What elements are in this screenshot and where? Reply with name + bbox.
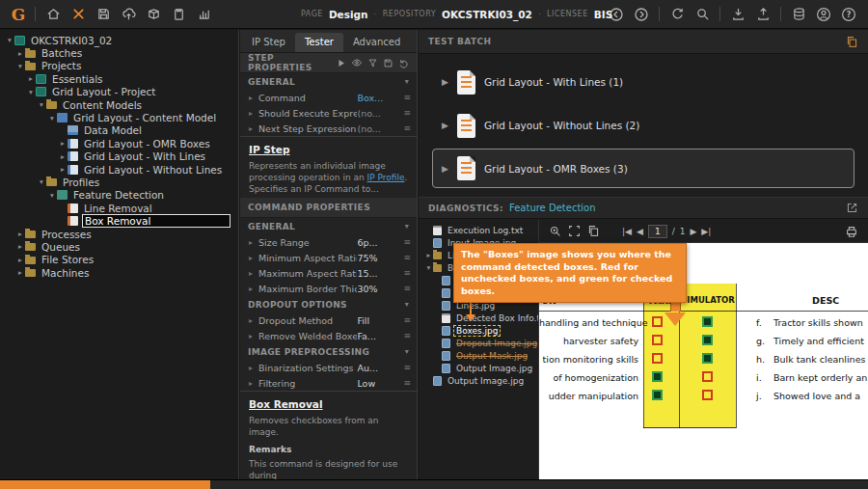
expander-icon[interactable]: ▸: [249, 269, 258, 278]
menu-icon[interactable]: ≡: [403, 237, 411, 247]
package-icon[interactable]: [142, 3, 165, 26]
property-row[interactable]: ▸ Remove Welded Boxes Fa... ≡: [240, 328, 417, 343]
tree-item[interactable]: Projects: [0, 60, 238, 72]
batch-pages-icon[interactable]: [846, 36, 858, 48]
tree-item[interactable]: Grid Layout - OMR Boxes: [0, 137, 238, 149]
fit-page-icon[interactable]: [568, 225, 581, 237]
file-item[interactable]: Execution Log.txt: [419, 224, 538, 236]
tab[interactable]: IP Step: [242, 33, 295, 52]
tree-item[interactable]: Profiles: [0, 176, 238, 188]
filter-clear-icon[interactable]: [367, 58, 378, 68]
expander-icon[interactable]: [26, 74, 36, 83]
expander-icon[interactable]: ▸: [249, 316, 258, 325]
expander-icon[interactable]: ▸: [249, 379, 258, 388]
section-header-general-cmd[interactable]: GENERAL ▾: [240, 218, 417, 234]
refresh-icon[interactable]: [665, 3, 689, 26]
prev-page-icon[interactable]: ◀: [637, 227, 643, 236]
tree-item[interactable]: OKCSTRKI03_02: [0, 34, 238, 46]
expander-icon[interactable]: ▸: [249, 124, 258, 133]
tree-item[interactable]: Queues: [0, 240, 238, 253]
ip-profile-link[interactable]: IP Profile: [367, 173, 405, 182]
tree-item[interactable]: Processes: [0, 228, 238, 240]
tree-item[interactable]: Box Removal: [0, 214, 238, 227]
file-item[interactable]: Output Image.jpg: [419, 362, 538, 374]
help-icon[interactable]: ?: [837, 3, 860, 26]
save-icon[interactable]: [92, 3, 115, 26]
menu-icon[interactable]: ≡: [403, 108, 411, 118]
zoom-in-icon[interactable]: [549, 225, 561, 237]
expander-icon[interactable]: [58, 165, 68, 174]
cloud-upload-icon[interactable]: [117, 3, 140, 26]
menu-icon[interactable]: ≡: [403, 363, 411, 372]
save-icon[interactable]: [383, 58, 393, 68]
chart-icon[interactable]: [192, 3, 215, 26]
expander-icon[interactable]: [424, 263, 433, 272]
tree-item[interactable]: Data Model: [0, 124, 238, 137]
tree-item[interactable]: Feature Detection: [0, 189, 238, 202]
expander-icon[interactable]: ▸: [249, 94, 258, 102]
expander-icon[interactable]: [37, 100, 46, 109]
clipboard-icon[interactable]: [167, 3, 190, 26]
tree-item[interactable]: Line Removal: [0, 202, 238, 214]
tree-item[interactable]: Grid Layout - With Lines: [0, 150, 238, 163]
menu-icon[interactable]: ≡: [403, 284, 411, 293]
property-value[interactable]: 30%: [357, 284, 400, 294]
expander-icon[interactable]: ▶: [442, 164, 448, 174]
download-icon[interactable]: [726, 3, 749, 26]
first-page-icon[interactable]: |◀: [622, 227, 632, 236]
page-number-input[interactable]: 1: [648, 225, 667, 238]
diagnostics-value[interactable]: Feature Detection: [509, 203, 596, 213]
property-value[interactable]: (no...: [357, 108, 400, 119]
copy-pages-icon[interactable]: [587, 225, 600, 237]
expander-icon[interactable]: ▸: [249, 364, 258, 372]
tree-item[interactable]: Grid Layout - Without Lines: [0, 163, 238, 176]
expander-icon[interactable]: [15, 49, 25, 58]
property-row[interactable]: ▸ Binarization Settings Au... ≡: [240, 360, 417, 375]
file-item[interactable]: Output Mask.jpg: [419, 349, 538, 362]
property-row[interactable]: ▸ Maximum Aspect Ratio 15... ≡: [240, 265, 417, 281]
menu-icon[interactable]: ≡: [403, 378, 411, 388]
expander-icon[interactable]: [37, 177, 46, 186]
property-row[interactable]: ▸ Dropout Method Fill ≡: [240, 312, 417, 328]
expander-icon[interactable]: ▸: [249, 285, 258, 293]
expander-icon[interactable]: [15, 230, 25, 238]
expander-icon[interactable]: [26, 88, 36, 96]
file-item[interactable]: Detected Box Info.txt: [419, 312, 538, 324]
play-icon[interactable]: [336, 58, 346, 68]
property-value[interactable]: 6p...: [357, 237, 400, 248]
property-row[interactable]: ▸ Command Box... ≡: [240, 90, 417, 105]
tree-item[interactable]: Batches: [0, 46, 238, 59]
expander-icon[interactable]: [15, 256, 25, 264]
property-row[interactable]: ▸ Minimum Aspect Ratio 75% ≡: [240, 250, 417, 265]
property-value[interactable]: Low: [357, 378, 400, 389]
file-item[interactable]: Dropout Image.jpg: [419, 337, 538, 349]
repository-value[interactable]: OKCSTRKI03_02: [442, 9, 532, 20]
batch-item[interactable]: ▶ Grid Layout - Without Lines (2): [432, 106, 854, 146]
property-row[interactable]: ▸ Next Step Expression (no... ≡: [240, 121, 417, 136]
property-row[interactable]: ▸ Size Range 6p... ≡: [240, 234, 417, 250]
property-value[interactable]: Fa...: [357, 331, 400, 341]
expander-icon[interactable]: ▸: [249, 238, 258, 247]
menu-icon[interactable]: ≡: [403, 268, 411, 278]
menu-icon[interactable]: ≡: [403, 253, 411, 262]
next-page-icon[interactable]: ▶: [690, 227, 696, 236]
file-item[interactable]: Output Image.jpg: [419, 374, 538, 387]
expander-icon[interactable]: ▸: [249, 254, 258, 262]
property-row[interactable]: ▸ Filtering Low ≡: [240, 375, 417, 391]
property-value[interactable]: Au...: [357, 363, 400, 373]
tree-item[interactable]: Essentials: [0, 72, 238, 85]
section-header-dropout[interactable]: DROPOUT OPTIONS ▾: [240, 296, 417, 312]
expander-icon[interactable]: [58, 139, 68, 148]
expander-icon[interactable]: ▶: [442, 121, 448, 130]
expander-icon[interactable]: ▶: [442, 77, 448, 87]
open-in-window-icon[interactable]: [846, 202, 858, 214]
menu-icon[interactable]: ≡: [403, 93, 411, 102]
property-value[interactable]: (no...: [357, 123, 400, 134]
layers-icon[interactable]: [787, 3, 810, 26]
section-header-preprocessing[interactable]: IMAGE PREPROCESSING ▾: [240, 343, 417, 360]
tools-icon[interactable]: [67, 3, 90, 26]
forward-icon[interactable]: [630, 3, 653, 26]
expander-icon[interactable]: [58, 152, 68, 161]
tab[interactable]: Advanced: [343, 33, 410, 52]
menu-icon[interactable]: ≡: [403, 315, 411, 325]
